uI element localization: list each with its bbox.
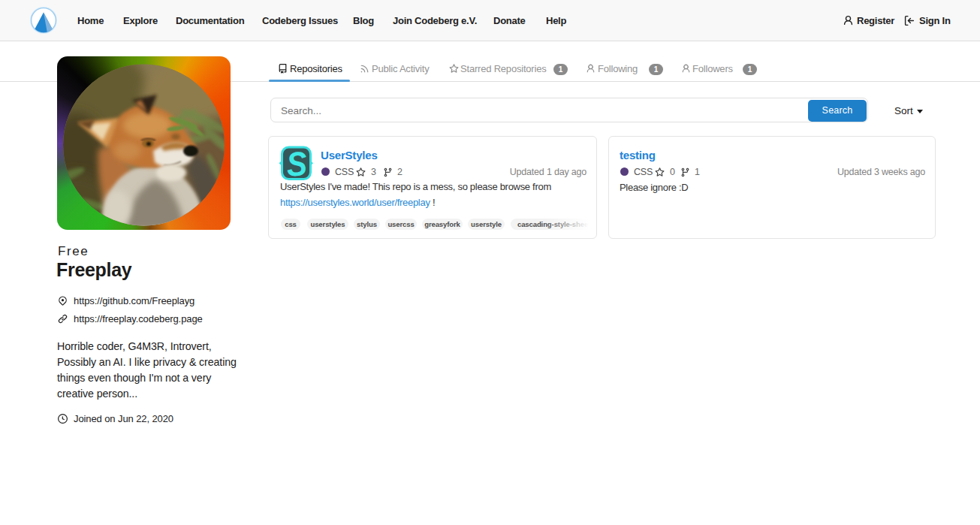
svg-text:S: S <box>285 146 308 180</box>
